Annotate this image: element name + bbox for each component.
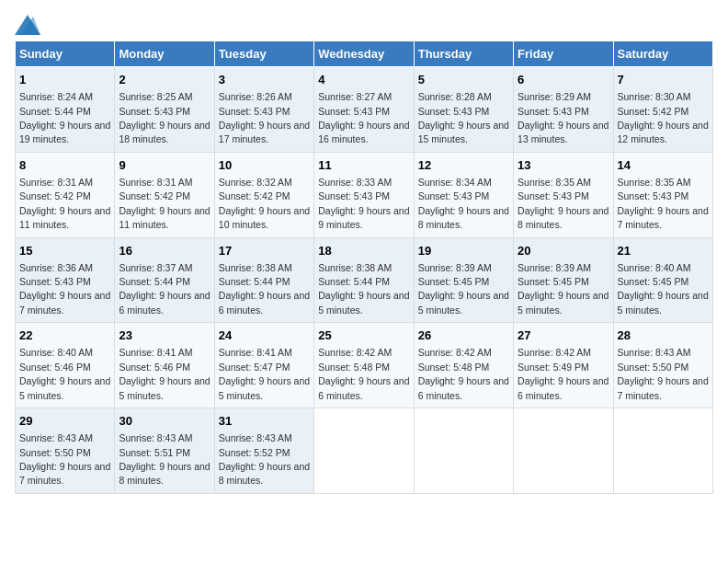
day-info: Sunrise: 8:40 AMSunset: 5:45 PMDaylight:… (618, 262, 709, 316)
calendar-cell: 22Sunrise: 8:40 AMSunset: 5:46 PMDayligh… (16, 323, 115, 408)
calendar-cell: 30Sunrise: 8:43 AMSunset: 5:51 PMDayligh… (115, 408, 214, 494)
calendar-cell: 3Sunrise: 8:26 AMSunset: 5:43 PMDaylight… (214, 67, 313, 153)
calendar-cell: 24Sunrise: 8:41 AMSunset: 5:47 PMDayligh… (214, 323, 313, 408)
calendar-cell: 12Sunrise: 8:34 AMSunset: 5:43 PMDayligh… (414, 152, 513, 237)
day-info: Sunrise: 8:42 AMSunset: 5:48 PMDaylight:… (318, 347, 409, 400)
day-number: 19 (418, 243, 509, 259)
logo (15, 15, 44, 33)
day-number: 10 (219, 157, 310, 174)
day-info: Sunrise: 8:38 AMSunset: 5:44 PMDaylight:… (318, 262, 409, 316)
calendar-cell: 10Sunrise: 8:32 AMSunset: 5:42 PMDayligh… (214, 152, 313, 237)
calendar-cell: 15Sunrise: 8:36 AMSunset: 5:43 PMDayligh… (16, 237, 115, 323)
day-info: Sunrise: 8:43 AMSunset: 5:52 PMDaylight:… (219, 432, 310, 486)
calendar-cell: 8Sunrise: 8:31 AMSunset: 5:42 PMDaylight… (16, 152, 115, 237)
day-number: 27 (518, 327, 609, 344)
calendar-cell: 19Sunrise: 8:39 AMSunset: 5:45 PMDayligh… (414, 237, 513, 323)
calendar-cell: 5Sunrise: 8:28 AMSunset: 5:43 PMDaylight… (414, 67, 513, 153)
day-info: Sunrise: 8:28 AMSunset: 5:43 PMDaylight:… (418, 91, 509, 144)
day-number: 11 (318, 157, 409, 174)
calendar-week-row: 29Sunrise: 8:43 AMSunset: 5:50 PMDayligh… (16, 408, 713, 494)
calendar-cell: 23Sunrise: 8:41 AMSunset: 5:46 PMDayligh… (115, 323, 214, 408)
day-info: Sunrise: 8:29 AMSunset: 5:43 PMDaylight:… (518, 91, 609, 144)
day-number: 18 (318, 243, 409, 259)
day-number: 22 (19, 327, 110, 344)
day-number: 25 (318, 327, 409, 344)
calendar-cell: 16Sunrise: 8:37 AMSunset: 5:44 PMDayligh… (115, 237, 214, 323)
calendar-cell: 29Sunrise: 8:43 AMSunset: 5:50 PMDayligh… (16, 408, 115, 494)
calendar-cell: 25Sunrise: 8:42 AMSunset: 5:48 PMDayligh… (314, 323, 414, 408)
day-number: 2 (119, 72, 210, 88)
day-info: Sunrise: 8:43 AMSunset: 5:51 PMDaylight:… (119, 432, 210, 486)
day-number: 21 (618, 243, 709, 259)
calendar-week-row: 15Sunrise: 8:36 AMSunset: 5:43 PMDayligh… (16, 237, 713, 323)
day-number: 1 (19, 72, 110, 88)
day-info: Sunrise: 8:42 AMSunset: 5:49 PMDaylight:… (518, 347, 609, 400)
day-number: 23 (119, 327, 210, 344)
day-info: Sunrise: 8:41 AMSunset: 5:46 PMDaylight:… (119, 347, 210, 400)
calendar-cell (314, 408, 414, 494)
day-number: 31 (219, 413, 310, 430)
day-info: Sunrise: 8:43 AMSunset: 5:50 PMDaylight:… (19, 432, 110, 486)
day-number: 14 (618, 157, 709, 174)
day-number: 26 (418, 327, 509, 344)
day-number: 6 (518, 72, 609, 88)
header-cell-saturday: Saturday (613, 41, 712, 67)
calendar-cell: 21Sunrise: 8:40 AMSunset: 5:45 PMDayligh… (613, 237, 712, 323)
day-info: Sunrise: 8:31 AMSunset: 5:42 PMDaylight:… (19, 177, 110, 230)
calendar-cell: 31Sunrise: 8:43 AMSunset: 5:52 PMDayligh… (214, 408, 313, 494)
day-number: 8 (19, 157, 110, 174)
day-info: Sunrise: 8:38 AMSunset: 5:44 PMDaylight:… (219, 262, 310, 316)
calendar-cell: 13Sunrise: 8:35 AMSunset: 5:43 PMDayligh… (514, 152, 613, 237)
calendar-cell: 20Sunrise: 8:39 AMSunset: 5:45 PMDayligh… (514, 237, 613, 323)
calendar-week-row: 8Sunrise: 8:31 AMSunset: 5:42 PMDaylight… (16, 152, 713, 237)
day-number: 20 (518, 243, 609, 259)
calendar-cell: 2Sunrise: 8:25 AMSunset: 5:43 PMDaylight… (115, 67, 214, 153)
day-number: 13 (518, 157, 609, 174)
calendar-cell: 18Sunrise: 8:38 AMSunset: 5:44 PMDayligh… (314, 237, 414, 323)
day-info: Sunrise: 8:43 AMSunset: 5:50 PMDaylight:… (618, 347, 709, 400)
day-number: 30 (119, 413, 210, 430)
calendar-cell (613, 408, 712, 494)
day-info: Sunrise: 8:26 AMSunset: 5:43 PMDaylight:… (219, 91, 310, 144)
day-number: 7 (618, 72, 709, 88)
calendar-cell: 6Sunrise: 8:29 AMSunset: 5:43 PMDaylight… (514, 67, 613, 153)
header-cell-tuesday: Tuesday (214, 41, 313, 67)
day-number: 9 (119, 157, 210, 174)
calendar-cell: 11Sunrise: 8:33 AMSunset: 5:43 PMDayligh… (314, 152, 414, 237)
calendar-week-row: 22Sunrise: 8:40 AMSunset: 5:46 PMDayligh… (16, 323, 713, 408)
calendar-header-row: SundayMondayTuesdayWednesdayThursdayFrid… (16, 41, 713, 67)
day-info: Sunrise: 8:39 AMSunset: 5:45 PMDaylight:… (418, 262, 509, 316)
day-number: 29 (19, 413, 110, 430)
calendar-cell: 7Sunrise: 8:30 AMSunset: 5:42 PMDaylight… (613, 67, 712, 153)
day-info: Sunrise: 8:25 AMSunset: 5:43 PMDaylight:… (119, 91, 210, 144)
day-info: Sunrise: 8:30 AMSunset: 5:42 PMDaylight:… (618, 91, 709, 144)
logo-icon (15, 15, 40, 33)
calendar-cell: 26Sunrise: 8:42 AMSunset: 5:48 PMDayligh… (414, 323, 513, 408)
calendar-cell: 27Sunrise: 8:42 AMSunset: 5:49 PMDayligh… (514, 323, 613, 408)
calendar-cell: 28Sunrise: 8:43 AMSunset: 5:50 PMDayligh… (613, 323, 712, 408)
calendar-cell: 14Sunrise: 8:35 AMSunset: 5:43 PMDayligh… (613, 152, 712, 237)
day-info: Sunrise: 8:32 AMSunset: 5:42 PMDaylight:… (219, 177, 310, 230)
day-info: Sunrise: 8:35 AMSunset: 5:43 PMDaylight:… (618, 177, 709, 230)
day-info: Sunrise: 8:40 AMSunset: 5:46 PMDaylight:… (19, 347, 110, 400)
day-info: Sunrise: 8:36 AMSunset: 5:43 PMDaylight:… (19, 262, 110, 316)
day-info: Sunrise: 8:24 AMSunset: 5:44 PMDaylight:… (19, 91, 110, 144)
calendar-cell: 1Sunrise: 8:24 AMSunset: 5:44 PMDaylight… (16, 67, 115, 153)
header-cell-wednesday: Wednesday (314, 41, 414, 67)
day-number: 12 (418, 157, 509, 174)
day-info: Sunrise: 8:37 AMSunset: 5:44 PMDaylight:… (119, 262, 210, 316)
day-info: Sunrise: 8:35 AMSunset: 5:43 PMDaylight:… (518, 177, 609, 230)
day-number: 3 (219, 72, 310, 88)
day-number: 5 (418, 72, 509, 88)
day-number: 15 (19, 243, 110, 259)
calendar-cell: 9Sunrise: 8:31 AMSunset: 5:42 PMDaylight… (115, 152, 214, 237)
calendar: SundayMondayTuesdayWednesdayThursdayFrid… (15, 40, 713, 494)
header-cell-monday: Monday (115, 41, 214, 67)
day-number: 24 (219, 327, 310, 344)
day-number: 4 (318, 72, 409, 88)
day-info: Sunrise: 8:31 AMSunset: 5:42 PMDaylight:… (119, 177, 210, 230)
day-number: 16 (119, 243, 210, 259)
day-info: Sunrise: 8:42 AMSunset: 5:48 PMDaylight:… (418, 347, 509, 400)
day-number: 17 (219, 243, 310, 259)
header-cell-thursday: Thursday (414, 41, 513, 67)
